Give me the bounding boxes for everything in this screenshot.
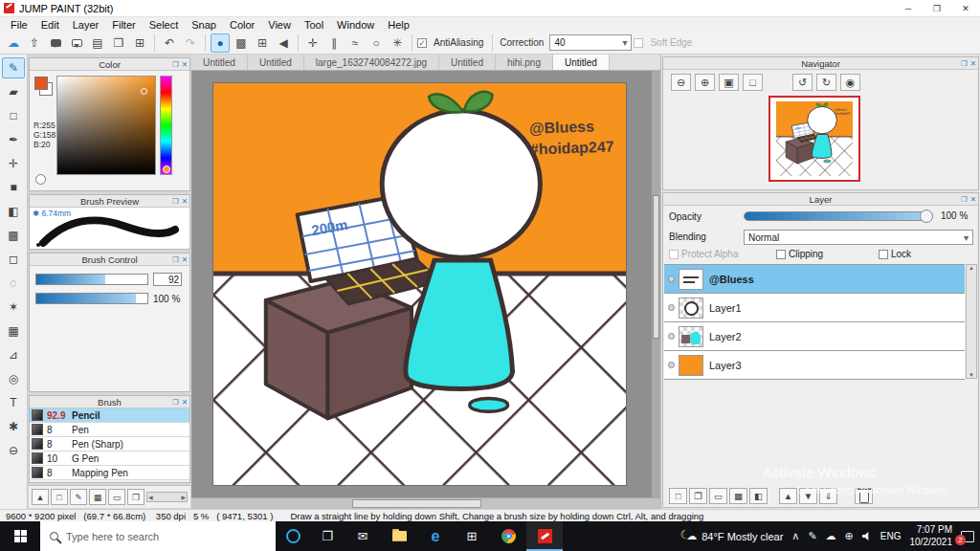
opacity-slider[interactable] <box>744 211 933 221</box>
menu-help[interactable]: Help <box>381 19 416 31</box>
brush-item-pencil[interactable]: 92.9 Pencil <box>30 408 189 423</box>
brush-item-gpen[interactable]: 10 G Pen <box>30 452 189 466</box>
rotate-left-button[interactable]: ↺ <box>792 74 813 91</box>
tab-large-jpg[interactable]: large_1632740084272.jpg <box>304 55 439 70</box>
layer-row-layer3[interactable]: Layer3 <box>664 351 965 380</box>
tab-untitled-2[interactable]: Untitled <box>248 55 304 70</box>
saturation-value-picker[interactable] <box>56 76 156 175</box>
taskbar-app-mail[interactable]: ✉ <box>345 521 381 551</box>
pages-button[interactable]: ❐ <box>109 33 128 53</box>
rotate-right-button[interactable]: ↻ <box>816 74 836 91</box>
opacity-knob[interactable] <box>920 209 933 223</box>
menu-select[interactable]: Select <box>143 19 186 31</box>
lock-checkbox[interactable] <box>879 250 888 259</box>
panel-float-icon[interactable]: ❐ <box>961 58 968 69</box>
network-icon[interactable]: ⊕ <box>845 530 854 542</box>
notification-center-button[interactable]: 2 <box>961 531 974 542</box>
windows-ink-icon[interactable]: ✎ <box>808 530 816 542</box>
layer-row-layer2[interactable]: Layer2 <box>664 322 965 351</box>
language-indicator[interactable]: ENG <box>880 531 902 541</box>
transform-tool-button[interactable]: ⊿ <box>2 344 25 365</box>
mask-layer-button[interactable]: ◧ <box>749 488 768 504</box>
blending-select[interactable]: Normal ▾ <box>744 230 973 245</box>
layer-list-scrollbar[interactable]: ▲ ▼ <box>966 264 977 379</box>
brush-item-pen-sharp[interactable]: 8 Pen (Sharp) <box>30 437 189 452</box>
taskbar-app-chrome[interactable] <box>490 521 526 551</box>
close-button[interactable]: ✕ <box>951 0 980 17</box>
transparent-color-icon[interactable] <box>35 174 46 185</box>
wand-tool-button[interactable]: ✶ <box>2 297 25 318</box>
panel-close-icon[interactable]: ✕ <box>970 58 976 69</box>
layer-row-bluess[interactable]: @Bluess <box>664 265 965 294</box>
taskbar-app-jumppaint[interactable] <box>526 521 563 551</box>
chat-button[interactable] <box>67 33 86 53</box>
taskbar-clock[interactable]: 7:07 PM 10/2/2021 <box>910 524 953 548</box>
panel-close-icon[interactable]: ✕ <box>182 254 188 265</box>
maximize-button[interactable]: ❐ <box>923 0 951 17</box>
panel-close-icon[interactable]: ✕ <box>182 397 188 408</box>
panel-close-icon[interactable]: ✕ <box>182 59 188 70</box>
zoom-fit-button[interactable]: ▣ <box>719 74 739 91</box>
menu-window[interactable]: Window <box>330 19 381 31</box>
clipping-checkbox[interactable] <box>776 250 786 259</box>
brush-size-slider[interactable] <box>35 274 148 285</box>
snap-off-button[interactable]: ✛ <box>303 33 323 53</box>
hand-tool-button[interactable]: ✱ <box>2 416 25 437</box>
brush-folder-button[interactable]: ▭ <box>108 489 125 505</box>
canvas-area[interactable] <box>191 71 660 497</box>
brush-size-value[interactable]: 92 <box>153 273 182 286</box>
layer-row-layer1[interactable]: Layer1 <box>664 294 965 322</box>
pen-tool-button[interactable]: ✒ <box>2 129 25 150</box>
correction-dropdown[interactable]: 40 ▾ <box>549 34 632 51</box>
zoom-actual-button[interactable]: □ <box>743 74 763 91</box>
task-view-button[interactable]: ❐ <box>310 521 345 551</box>
layer-visibility-icon[interactable] <box>668 276 675 282</box>
brush-tool-button[interactable]: ✎ <box>2 57 25 78</box>
tab-untitled-1[interactable]: Untitled <box>191 55 248 70</box>
menu-tool[interactable]: Tool <box>298 19 330 31</box>
shape-tool-button[interactable]: □ <box>2 105 25 126</box>
panel-float-icon[interactable]: ❐ <box>172 254 179 265</box>
comment-button[interactable] <box>46 33 65 53</box>
duplicate-layer-button[interactable]: ❐ <box>689 488 707 504</box>
new-layer-button[interactable]: □ <box>669 488 687 504</box>
taskbar-weather[interactable]: ☾ ☁ 84°F Mostly clear <box>679 530 783 543</box>
zoom-in-button[interactable]: ⊕ <box>695 74 715 91</box>
taskbar-app-explorer[interactable] <box>381 521 417 551</box>
zoom-tool-button[interactable]: ⊖ <box>2 440 25 461</box>
duplicate-brush-button[interactable]: ❐ <box>127 489 145 505</box>
antialiasing-checkbox[interactable]: ✓ <box>417 38 427 48</box>
delete-layer-button[interactable] <box>855 488 873 504</box>
brush-opacity-slider[interactable] <box>35 293 148 304</box>
new-folder-button[interactable]: ▭ <box>709 488 727 504</box>
panel-float-icon[interactable]: ❐ <box>172 397 179 408</box>
canvas[interactable] <box>212 82 627 486</box>
menu-file[interactable]: File <box>4 19 34 31</box>
move-layer-up-button[interactable]: ▲ <box>779 488 797 504</box>
horizontal-scroll-thumb[interactable] <box>352 499 481 508</box>
mesh-button[interactable]: ⊞ <box>253 33 272 53</box>
onedrive-icon[interactable]: ☁ <box>826 530 836 542</box>
minimize-button[interactable]: ─ <box>894 0 923 17</box>
select-tool-button[interactable]: ◻ <box>2 249 25 270</box>
eyedropper-tool-button[interactable]: ◎ <box>2 368 25 389</box>
cortana-button[interactable] <box>276 521 310 551</box>
undo-button[interactable]: ↶ <box>160 33 179 53</box>
snap-radial-button[interactable]: ✳ <box>388 33 407 53</box>
reset-view-button[interactable]: ◉ <box>840 74 860 91</box>
redo-button[interactable]: ↷ <box>181 33 200 53</box>
mini-scrollbar[interactable]: ◀ ▶ <box>146 492 188 502</box>
panel-float-icon[interactable]: ❐ <box>172 59 179 70</box>
bucket-tool-button[interactable]: ◧ <box>2 201 25 222</box>
taskbar-app-edge[interactable]: e <box>417 521 454 551</box>
tab-untitled-active[interactable]: Untitled <box>553 55 610 70</box>
menu-filter[interactable]: Filter <box>105 19 142 31</box>
show-hidden-icons-button[interactable]: ∧ <box>791 530 799 542</box>
tone-button[interactable]: ▩ <box>232 33 251 53</box>
fill-tool-button[interactable]: ■ <box>2 177 25 198</box>
gradient-tool-button[interactable]: ▩ <box>2 225 25 246</box>
zoom-out-button[interactable]: ⊖ <box>671 74 691 91</box>
vertical-scroll-thumb[interactable] <box>653 195 659 339</box>
tab-hihi-png[interactable]: hihi.png <box>496 55 553 70</box>
tab-untitled-3[interactable]: Untitled <box>439 55 496 70</box>
